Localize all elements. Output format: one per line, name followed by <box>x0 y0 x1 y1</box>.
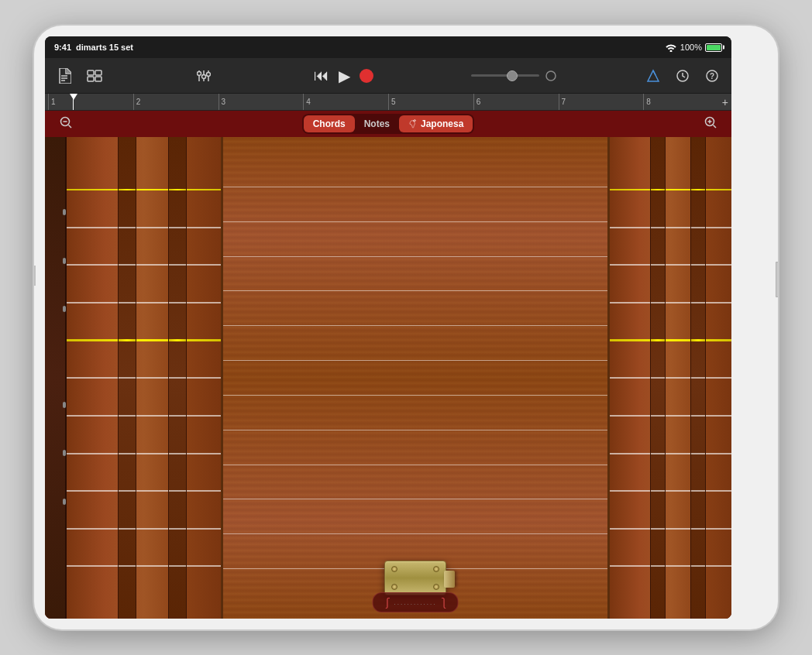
right-string-8 <box>610 453 731 454</box>
right-col-divider-1 <box>650 137 666 619</box>
right-panel-inner <box>610 137 731 619</box>
left-string-2 <box>67 227 221 228</box>
status-left: 9:41 dimarts 15 set <box>54 43 133 52</box>
battery-fill <box>707 45 721 50</box>
right-string-2 <box>610 227 731 228</box>
volume-track[interactable] <box>471 74 539 77</box>
left-string-5 <box>67 339 221 341</box>
left-col-strings-2 <box>169 137 186 619</box>
battery-icon <box>705 43 722 52</box>
mode-segmented-control: Chords Notes Japonesa <box>302 114 475 134</box>
svg-point-7 <box>198 71 201 75</box>
timeline-mark-3: 3 <box>218 94 304 110</box>
volume-thumb[interactable] <box>507 70 518 81</box>
document-button[interactable] <box>53 65 76 87</box>
volume-slider-area[interactable] <box>471 70 556 81</box>
toolbar-right-group: ? <box>642 66 724 86</box>
tracks-button[interactable] <box>82 67 107 85</box>
scroll-position-indicator[interactable]: ʃ ............. ʃ <box>373 592 459 612</box>
center-strings <box>223 137 607 619</box>
timeline-ruler: 1 2 3 4 5 6 7 8 + <box>45 94 731 111</box>
volume-button[interactable] <box>34 266 36 286</box>
notes-tab[interactable]: Notes <box>355 115 399 132</box>
left-string-8 <box>67 453 221 454</box>
status-right: 100% <box>665 43 722 52</box>
guitar-bridge <box>384 561 446 595</box>
left-string-3 <box>67 264 221 266</box>
zoom-out-button[interactable] <box>56 112 76 135</box>
svg-point-8 <box>202 74 206 78</box>
left-strings-container <box>67 137 221 619</box>
left-fretboard-section[interactable] <box>67 137 221 619</box>
tuning-peg-6 <box>63 499 66 505</box>
left-string-9 <box>67 490 221 492</box>
right-fretboard-section[interactable] <box>610 137 731 619</box>
right-strings-container <box>610 137 731 619</box>
zoom-in-button[interactable] <box>700 112 721 135</box>
left-string-1 <box>67 189 221 191</box>
svg-point-9 <box>207 72 211 76</box>
master-volume-icon <box>545 70 556 81</box>
toolbar: ⏮ ▶ <box>45 58 731 94</box>
left-string-4 <box>67 302 221 303</box>
svg-line-12 <box>653 70 655 75</box>
tuning-peg-1 <box>63 209 66 215</box>
ipad-device: 9:41 dimarts 15 set 100% <box>34 26 778 629</box>
right-col-divider-2 <box>690 137 706 619</box>
svg-rect-1 <box>95 70 102 75</box>
add-track-button[interactable]: + <box>722 96 728 108</box>
time-display: 9:41 <box>54 43 71 52</box>
instrument-selector[interactable]: Japonesa <box>399 115 473 132</box>
svg-line-17 <box>69 125 72 129</box>
help-button[interactable]: ? <box>700 66 724 86</box>
timeline-marks: 1 2 3 4 5 6 7 8 <box>48 94 728 110</box>
center-fretboard-panel[interactable]: ʃ ............. ʃ <box>223 137 607 619</box>
screen: 9:41 dimarts 15 set 100% <box>45 36 731 619</box>
bridge-screw-tr <box>433 566 439 572</box>
right-string-5 <box>610 339 731 341</box>
bridge-screw-bl <box>391 584 397 590</box>
left-string-6 <box>67 377 221 379</box>
svg-line-20 <box>414 121 416 122</box>
metronome-button[interactable] <box>642 66 665 86</box>
left-string-11 <box>67 565 221 567</box>
toolbar-left-group <box>53 65 107 87</box>
timeline-mark-8: 8 <box>643 94 728 110</box>
svg-text:?: ? <box>710 72 714 81</box>
play-button[interactable]: ▶ <box>339 67 350 85</box>
right-string-11 <box>610 565 731 567</box>
bridge-saddle <box>444 571 455 588</box>
wifi-icon <box>665 43 677 52</box>
mixer-button[interactable] <box>192 66 215 86</box>
home-button[interactable] <box>776 262 778 297</box>
controls-bar: Chords Notes Japonesa <box>45 111 731 137</box>
left-col-divider-2 <box>168 137 187 619</box>
svg-marker-11 <box>648 70 659 81</box>
left-edge-strip <box>45 137 67 619</box>
right-fretboard-panel <box>607 137 731 619</box>
bridge-screw-tl <box>391 566 397 572</box>
right-string-3 <box>610 264 731 266</box>
wood-grain-center <box>223 137 607 619</box>
tuning-peg-3 <box>63 306 66 312</box>
svg-rect-2 <box>88 77 94 81</box>
right-string-9 <box>610 490 731 492</box>
status-bar: 9:41 dimarts 15 set 100% <box>45 36 731 58</box>
right-string-7 <box>610 415 731 417</box>
tempo-button[interactable] <box>671 66 694 86</box>
record-button[interactable] <box>360 69 373 83</box>
left-panel-inner <box>45 137 221 619</box>
left-string-7 <box>67 415 221 417</box>
right-string-4 <box>610 302 731 303</box>
svg-line-22 <box>713 125 716 129</box>
tuning-peg-5 <box>63 450 66 456</box>
timeline-cursor <box>73 94 74 110</box>
left-fretboard-panel <box>45 137 223 619</box>
bridge-body <box>384 561 446 595</box>
scroll-left-icon: ʃ <box>386 596 390 609</box>
guitar-fretboard-area: ʃ ............. ʃ <box>45 137 731 619</box>
rewind-button[interactable]: ⏮ <box>314 67 329 84</box>
chords-tab[interactable]: Chords <box>304 115 355 132</box>
svg-rect-3 <box>95 77 102 81</box>
svg-point-10 <box>546 71 556 81</box>
